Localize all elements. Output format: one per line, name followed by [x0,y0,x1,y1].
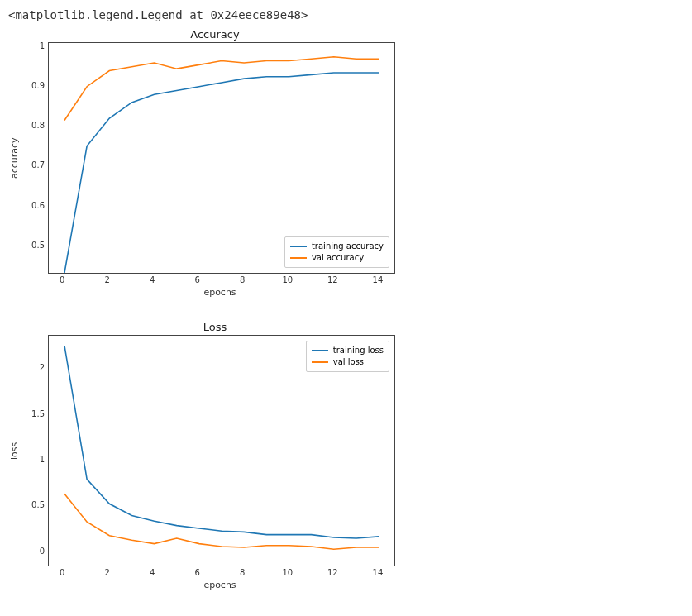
legend-swatch [290,246,307,247]
x-axis-label: epochs [46,580,394,590]
chart-title: Loss [8,321,422,333]
chart-accuracy: Accuracy accuracy 10.90.80.70.60.5 train… [8,28,422,298]
plot-area: training accuracyval accuracy [48,42,395,274]
legend-entry: training loss [312,345,384,356]
chart-title: Accuracy [8,28,422,41]
y-axis-label: accuracy [8,42,20,274]
legend-label: val accuracy [312,252,364,264]
series-line [64,57,379,121]
legend-entry: val accuracy [290,252,384,264]
x-axis-ticks: 02468101214 [46,568,394,578]
legend-swatch [312,350,328,351]
legend-entry: val loss [312,356,384,368]
y-axis-ticks: 10.90.80.70.60.5 [21,42,48,274]
series-line [64,346,379,538]
plot-area: training lossval loss [48,335,395,566]
legend-label: training accuracy [312,241,384,252]
repr-output: <matplotlib.legend.Legend at 0x24eece89e… [8,8,692,21]
legend-entry: training accuracy [290,241,384,252]
legend-swatch [290,257,307,259]
legend: training lossval loss [306,341,389,372]
chart-loss: Loss loss 21.510.50 training lossval los… [8,321,422,590]
figure: Accuracy accuracy 10.90.80.70.60.5 train… [8,28,422,590]
legend-label: training loss [333,345,384,356]
y-axis-label: loss [8,335,20,566]
x-axis-label: epochs [46,287,394,298]
legend: training accuracyval accuracy [284,236,389,268]
x-axis-ticks: 02468101214 [46,275,394,285]
legend-swatch [312,361,328,363]
series-line [64,494,379,549]
y-axis-ticks: 21.510.50 [21,335,48,566]
legend-label: val loss [333,356,364,368]
